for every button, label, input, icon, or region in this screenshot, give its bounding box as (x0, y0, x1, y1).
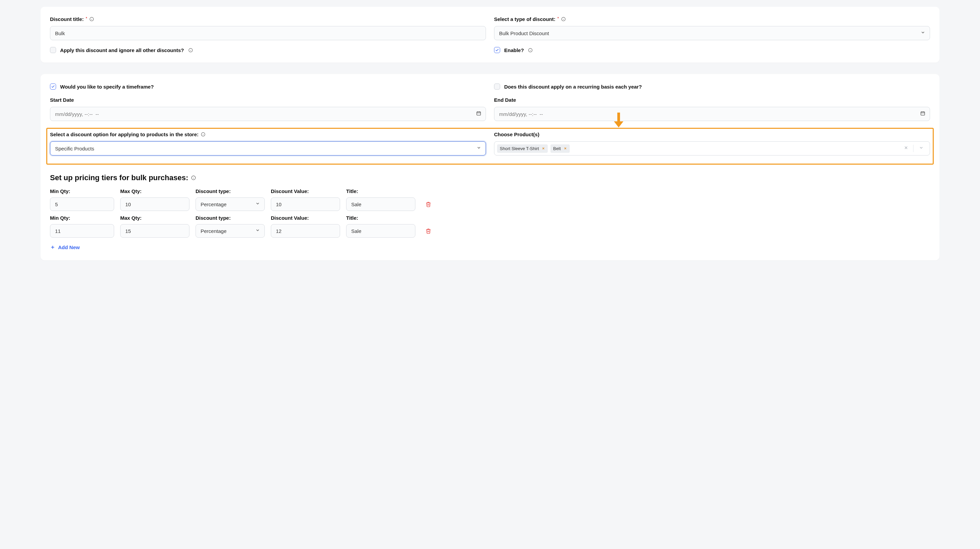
discount-option-label: Select a discount option for applying to… (50, 131, 199, 137)
svg-marker-21 (614, 121, 624, 128)
discount-type-select[interactable] (494, 26, 930, 40)
clear-all-icon[interactable] (902, 145, 910, 152)
tier-column-label: Title: (346, 215, 415, 221)
tier-title-input[interactable] (346, 198, 415, 211)
min-qty-input[interactable] (50, 224, 114, 238)
discount-value-input[interactable] (271, 224, 340, 238)
tier-column-label: Discount type: (196, 188, 265, 194)
info-icon[interactable] (89, 17, 94, 22)
delete-tier-button[interactable] (422, 224, 435, 238)
required-asterisk: * (86, 17, 87, 20)
remove-tag-icon[interactable] (564, 146, 567, 151)
tier-row: Min Qty:Max Qty:Discount type:Discount V… (50, 215, 930, 238)
enable-label: Enable? (504, 47, 524, 53)
ignore-others-checkbox[interactable] (50, 47, 56, 53)
svg-rect-20 (617, 113, 620, 122)
start-date-input[interactable] (50, 107, 486, 121)
info-icon[interactable] (191, 176, 196, 180)
tier-column-label: Discount Value: (271, 215, 340, 221)
tier-column-label: Discount Value: (271, 188, 340, 194)
tier-column-label: Title: (346, 188, 415, 194)
arrow-down-icon (614, 113, 624, 129)
discount-type-select[interactable] (196, 224, 265, 238)
info-icon[interactable] (200, 132, 206, 137)
required-asterisk: * (558, 17, 559, 20)
add-new-label: Add New (58, 244, 80, 250)
discount-config-card: Would you like to specify a timeframe? D… (41, 74, 939, 260)
product-tag-label: Belt (553, 146, 561, 151)
chevron-down-icon[interactable] (916, 145, 927, 152)
recurring-label: Does this discount apply on a recurring … (504, 84, 642, 89)
product-tag-label: Short Sleeve T-Shirt (500, 146, 539, 151)
product-tag: Short Sleeve T-Shirt (497, 144, 548, 153)
end-date-label: End Date (494, 97, 930, 103)
tier-column-label: Min Qty: (50, 188, 114, 194)
info-icon[interactable] (561, 17, 566, 22)
tier-title-input[interactable] (346, 224, 415, 238)
info-icon[interactable] (188, 48, 193, 53)
discount-title-label: Discount title: (50, 16, 84, 22)
discount-basic-card: Discount title: * Select a type of disco… (41, 7, 939, 62)
info-icon[interactable] (528, 48, 533, 53)
tier-column-label: Max Qty: (120, 215, 189, 221)
recurring-checkbox[interactable] (494, 83, 500, 89)
tier-row: Min Qty:Max Qty:Discount type:Discount V… (50, 188, 930, 211)
divider (913, 145, 913, 152)
tier-column-label: Min Qty: (50, 215, 114, 221)
max-qty-input[interactable] (120, 224, 189, 238)
timeframe-label: Would you like to specify a timeframe? (60, 84, 154, 89)
discount-option-select[interactable] (50, 141, 486, 155)
discount-type-label: Select a type of discount: (494, 16, 555, 22)
tier-column-label: Max Qty: (120, 188, 189, 194)
enable-checkbox[interactable] (494, 47, 500, 53)
choose-products-label: Choose Product(s) (494, 131, 539, 137)
tier-column-label: Discount type: (196, 215, 265, 221)
product-tag: Belt (550, 144, 570, 153)
max-qty-input[interactable] (120, 198, 189, 211)
ignore-others-label: Apply this discount and ignore all other… (60, 47, 184, 53)
plus-icon: ＋ (50, 244, 56, 251)
add-new-tier-button[interactable]: ＋ Add New (50, 244, 80, 251)
discount-type-field: Select a type of discount: * (494, 16, 930, 40)
end-date-input[interactable] (494, 107, 930, 121)
discount-title-input[interactable] (50, 26, 486, 40)
discount-value-input[interactable] (271, 198, 340, 211)
highlight-annotation: Select a discount option for applying to… (46, 128, 934, 164)
discount-type-select[interactable] (196, 198, 265, 211)
remove-tag-icon[interactable] (542, 146, 545, 151)
discount-title-field: Discount title: * (50, 16, 486, 40)
start-date-label: Start Date (50, 97, 486, 103)
delete-tier-button[interactable] (422, 198, 435, 211)
timeframe-checkbox[interactable] (50, 83, 56, 89)
tiers-title: Set up pricing tiers for bulk purchases: (50, 174, 188, 182)
choose-products-multiselect[interactable]: Short Sleeve T-ShirtBelt (494, 141, 930, 155)
min-qty-input[interactable] (50, 198, 114, 211)
